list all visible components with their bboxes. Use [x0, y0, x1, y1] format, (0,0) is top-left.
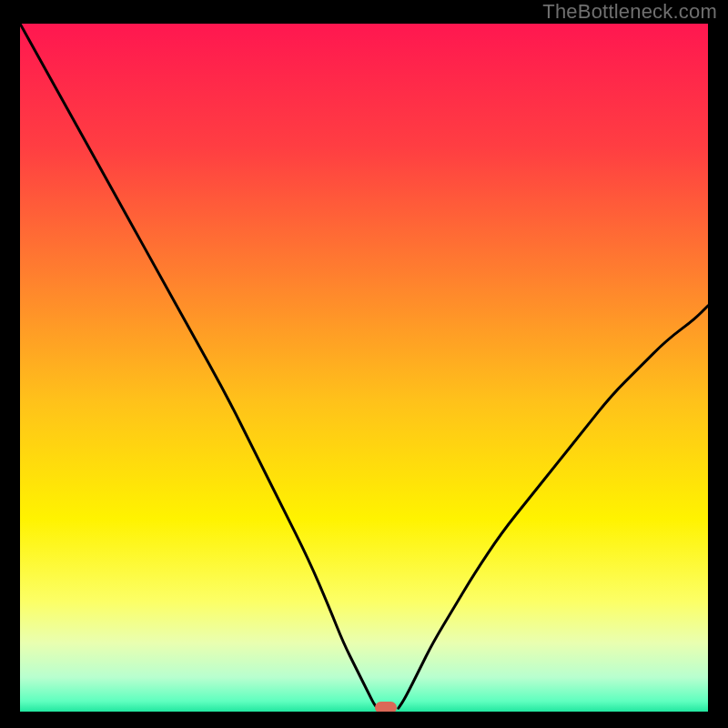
- curve-right-branch: [399, 306, 708, 708]
- curve-left-branch: [20, 24, 378, 708]
- chart-frame: TheBottleneck.com: [0, 0, 728, 728]
- minimum-marker: [375, 702, 397, 712]
- plot-area: [20, 24, 708, 712]
- watermark-label: TheBottleneck.com: [542, 0, 717, 24]
- bottleneck-curve: [20, 24, 708, 712]
